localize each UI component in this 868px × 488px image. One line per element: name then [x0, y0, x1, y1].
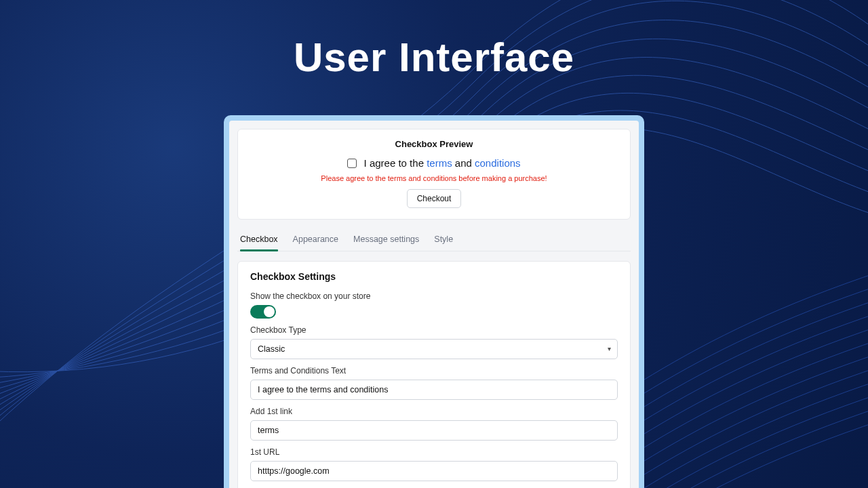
preview-checkbox[interactable]: [347, 159, 357, 168]
tab-appearance[interactable]: Appearance: [293, 230, 338, 251]
tab-style[interactable]: Style: [434, 230, 453, 251]
checkbox-type-select[interactable]: Classic: [250, 339, 618, 359]
preview-text-prefix: I agree to the: [364, 157, 427, 169]
app-panel-inner: Checkbox Preview I agree to the terms an…: [229, 121, 639, 488]
preview-agree-row: I agree to the terms and conditions: [250, 157, 618, 169]
preview-heading: Checkbox Preview: [250, 139, 618, 149]
tnc-text-input[interactable]: [250, 380, 618, 400]
background: User Interface Checkbox Preview I agree …: [0, 0, 868, 488]
show-checkbox-toggle[interactable]: [250, 305, 276, 319]
tnc-text-label: Terms and Conditions Text: [250, 366, 618, 375]
settings-tabs: Checkbox Appearance Message settings Sty…: [237, 228, 631, 251]
toggle-knob: [264, 306, 275, 317]
checkbox-settings-card: Checkbox Settings Show the checkbox on y…: [237, 261, 631, 488]
checkbox-type-label: Checkbox Type: [250, 325, 618, 335]
url1-label: 1st URL: [250, 447, 618, 457]
tab-checkbox[interactable]: Checkbox: [240, 230, 278, 251]
tab-message-settings[interactable]: Message settings: [353, 230, 419, 251]
url1-input[interactable]: [250, 461, 618, 481]
page-title: User Interface: [0, 34, 868, 81]
settings-heading: Checkbox Settings: [250, 271, 618, 282]
preview-link-terms[interactable]: terms: [427, 157, 452, 169]
preview-warning: Please agree to the terms and conditions…: [250, 174, 618, 182]
preview-text-mid: and: [452, 157, 475, 169]
link1-label: Add 1st link: [250, 407, 618, 416]
checkbox-preview-card: Checkbox Preview I agree to the terms an…: [237, 129, 631, 220]
app-panel: Checkbox Preview I agree to the terms an…: [224, 115, 644, 488]
show-checkbox-label: Show the checkbox on your store: [250, 291, 618, 301]
link1-input[interactable]: [250, 420, 618, 441]
checkout-button[interactable]: Checkout: [407, 189, 462, 208]
preview-link-conditions[interactable]: conditions: [475, 157, 521, 169]
